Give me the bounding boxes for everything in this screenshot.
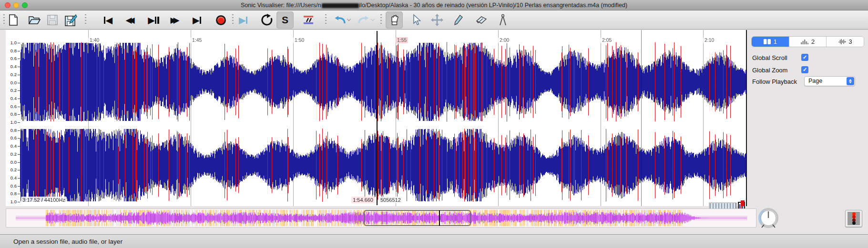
amplitude-tick [18,186,20,187]
loop-playback-button[interactable] [258,11,276,29]
playback-cursor[interactable] [377,31,378,205]
waveform-canvas[interactable] [20,30,746,206]
amplitude-tick-label: 1.0 [10,40,17,45]
select-tool-button[interactable] [408,11,425,29]
play-pause-button[interactable]: ▶ [145,11,162,29]
save-session-button[interactable] [44,11,61,29]
fast-forward-button[interactable]: ▶▶ [166,11,184,29]
move-cross-icon [431,14,443,26]
cursor-arrow-icon [411,14,421,26]
measure-tool-button[interactable] [494,11,511,29]
view-region-rectangle[interactable] [364,210,471,226]
cursor-frame-label: 5056512 [379,197,402,203]
cursor-time-label: 1:54.660 [351,197,375,203]
new-session-button[interactable] [5,11,22,29]
amplitude-tick-label: 0.6 [10,104,17,109]
amplitude-tick-label: 0.4 [10,96,17,101]
amplitude-tick [18,114,20,115]
amplitude-tick [18,67,20,67]
toolbar-separator [85,14,86,26]
playback-speed-dial[interactable] [757,208,779,229]
save-as-pencil-icon [64,14,78,27]
amplitude-tick-label: 0.4 [10,176,17,180]
time-label: 1:50 [293,37,306,43]
amplitude-tick-label: 0.4 [10,64,17,69]
rewind-to-start-button[interactable]: ◀ [100,11,117,29]
bars-icon [801,39,808,44]
amplitude-tick [18,90,20,91]
title-bar: Sonic Visualiser: file:///Users/nilo/Des… [0,0,868,10]
new-file-icon [8,14,19,26]
global-zoom-checkbox[interactable]: ✓ [801,66,808,73]
align-button[interactable] [300,11,317,29]
status-bar: Open a session file, audio file, or laye… [0,234,868,248]
save-session-as-button[interactable] [62,11,80,29]
redo-icon [357,15,370,25]
playback-level-button[interactable] [845,210,862,227]
overview-panner[interactable] [6,208,756,228]
loop-icon [261,14,273,26]
align-icon [302,14,315,26]
redo-button[interactable] [355,11,376,29]
amplitude-tick [18,130,20,131]
time-label: 1:45 [191,37,203,43]
undo-button[interactable] [331,11,352,29]
time-label: 1:40 [88,37,101,43]
undo-icon [334,15,346,25]
amplitude-tick-label: 0.2 [10,168,17,172]
edit-tool-button[interactable] [429,11,446,29]
amplitude-tick-label: 0.2 [10,88,17,93]
hand-icon [388,13,400,27]
rewind-button[interactable]: ◀◀ [122,11,139,29]
toolbar-separator [380,14,382,26]
status-message: Open a session file, audio file, or laye… [13,235,123,248]
amplitude-tick-label: 0.0 [10,80,17,85]
tab-pane-3[interactable]: 3 [827,37,864,47]
amplitude-tick [18,59,20,59]
amplitude-tick-label: 0.6 [10,136,17,140]
toolbar-separator [325,14,327,26]
amplitude-tick [18,202,20,202]
draw-tool-button[interactable] [450,11,467,29]
waveform-icon [838,39,846,45]
amplitude-tick [18,178,20,179]
amplitude-tick-label: 1.0 [10,199,17,204]
undo-menu-chevron-icon [347,17,350,21]
solo-button[interactable]: S [276,11,294,29]
pane-tab-bar: 1 2 3 [751,36,864,47]
clipping-indicator [741,200,745,206]
follow-playback-select[interactable]: Page [804,76,855,86]
select-stepper-icon [847,77,854,85]
amplitude-tick [18,99,20,99]
check-icon: ✓ [803,54,807,60]
global-scroll-label: Global Scroll [752,54,787,61]
main-toolbar: ◀ ◀◀ ▶ ▶▶ ▶ ▶ S [0,10,868,30]
record-button[interactable] [212,11,229,29]
time-label: 2:00 [498,37,511,43]
open-session-button[interactable] [26,11,43,29]
follow-playback-value: Page [808,78,822,84]
tab-pane-1[interactable]: 1 [752,37,789,47]
erase-tool-button[interactable] [473,11,490,29]
tab-pane-2[interactable]: 2 [789,37,827,47]
pencil-icon [453,14,464,26]
navigate-tool-button[interactable] [386,11,403,29]
window-title: Sonic Visualiser: file:///Users/nilo/Des… [0,0,868,10]
waveform-pane[interactable]: 1.00.80.60.40.20.00.20.40.60.81.00.80.60… [6,30,747,206]
amplitude-tick-label: 0.8 [10,191,17,196]
global-zoom-label: Global Zoom [752,67,787,74]
record-icon [216,15,226,25]
amplitude-tick-label: 0.0 [10,160,17,165]
play-to-end-button[interactable]: ▶ [235,11,252,29]
save-floppy-icon [47,14,58,26]
speed-dial-icon [757,208,779,229]
time-label: 2:05 [601,37,613,43]
amplitude-tick-label: 0.4 [10,144,17,149]
amplitude-tick-label: 0.6 [10,184,17,188]
amplitude-tick [18,138,20,139]
skip-to-end-button[interactable]: ▶ [188,11,205,29]
amplitude-tick [18,122,20,123]
amplitude-tick [18,107,20,107]
global-scroll-checkbox[interactable]: ✓ [801,54,808,61]
duration-samplerate-label: 3:17.52 / 44100Hz [21,197,67,203]
